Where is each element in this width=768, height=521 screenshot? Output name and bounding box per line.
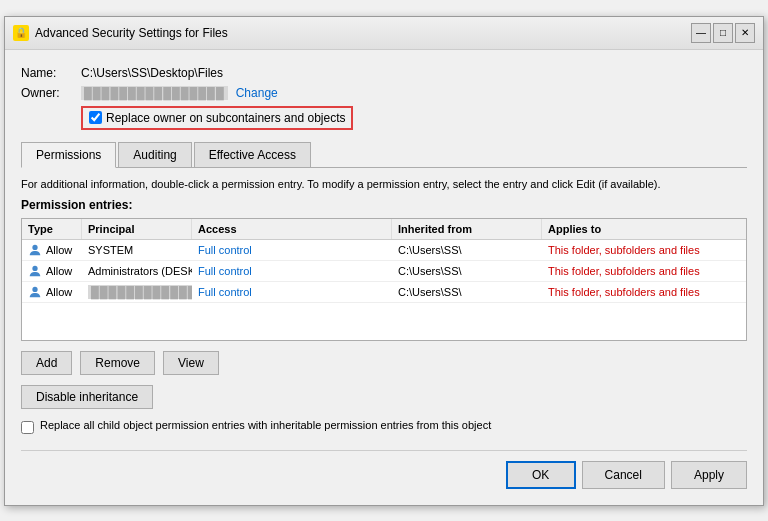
replace-owner-label: Replace owner on subcontainers and objec…	[106, 111, 345, 125]
tab-permissions[interactable]: Permissions	[21, 142, 116, 168]
cancel-button[interactable]: Cancel	[582, 461, 665, 489]
replace-all-label: Replace all child object permission entr…	[40, 419, 491, 431]
row3-applies: This folder, subfolders and files	[542, 282, 742, 302]
replace-owner-checkbox[interactable]	[89, 111, 102, 124]
tab-bar: Permissions Auditing Effective Access	[21, 142, 747, 168]
col-access: Access	[192, 219, 392, 239]
close-button[interactable]: ✕	[735, 23, 755, 43]
svg-point-2	[32, 286, 37, 291]
row2-applies: This folder, subfolders and files	[542, 261, 742, 281]
replace-owner-row: Replace owner on subcontainers and objec…	[81, 106, 747, 130]
col-principal: Principal	[82, 219, 192, 239]
table-row[interactable]: Allow SYSTEM Full control C:\Users\SS\ T…	[22, 240, 746, 261]
row1-access: Full control	[192, 240, 392, 260]
row3-principal: ████████████████	[82, 282, 192, 302]
row3-type: Allow	[22, 282, 82, 302]
main-window: 🔒 Advanced Security Settings for Files —…	[4, 16, 764, 506]
tab-effective-access[interactable]: Effective Access	[194, 142, 311, 167]
col-applies: Applies to	[542, 219, 742, 239]
permissions-table: Type Principal Access Inherited from App…	[21, 218, 747, 341]
view-button[interactable]: View	[163, 351, 219, 375]
row1-principal: SYSTEM	[82, 240, 192, 260]
action-buttons: Add Remove View	[21, 351, 747, 375]
minimize-button[interactable]: —	[691, 23, 711, 43]
title-bar-buttons: — □ ✕	[691, 23, 755, 43]
replace-all-row: Replace all child object permission entr…	[21, 419, 747, 434]
col-inherited: Inherited from	[392, 219, 542, 239]
apply-button[interactable]: Apply	[671, 461, 747, 489]
tab-auditing[interactable]: Auditing	[118, 142, 191, 167]
table-body: Allow SYSTEM Full control C:\Users\SS\ T…	[22, 240, 746, 340]
row2-principal: Administrators (DESKTOP-A34...	[82, 261, 192, 281]
bottom-buttons: OK Cancel Apply	[21, 450, 747, 489]
table-header: Type Principal Access Inherited from App…	[22, 219, 746, 240]
table-row[interactable]: Allow Administrators (DESKTOP-A34... Ful…	[22, 261, 746, 282]
owner-label: Owner:	[21, 86, 81, 100]
add-button[interactable]: Add	[21, 351, 72, 375]
name-row: Name: C:\Users\SS\Desktop\Files	[21, 66, 747, 80]
name-value: C:\Users\SS\Desktop\Files	[81, 66, 223, 80]
disable-inheritance-button[interactable]: Disable inheritance	[21, 385, 153, 409]
svg-point-1	[32, 265, 37, 270]
row1-inherited: C:\Users\SS\	[392, 240, 542, 260]
replace-owner-checkbox-container: Replace owner on subcontainers and objec…	[81, 106, 353, 130]
owner-value: ████████████████	[81, 86, 228, 100]
ok-button[interactable]: OK	[506, 461, 576, 489]
user-icon	[28, 243, 42, 257]
row3-access: Full control	[192, 282, 392, 302]
perm-entries-label: Permission entries:	[21, 198, 747, 212]
svg-point-0	[32, 244, 37, 249]
change-link[interactable]: Change	[236, 86, 278, 100]
name-label: Name:	[21, 66, 81, 80]
row2-access: Full control	[192, 261, 392, 281]
content-area: Name: C:\Users\SS\Desktop\Files Owner: █…	[5, 50, 763, 505]
user-icon	[28, 264, 42, 278]
user-icon	[28, 285, 42, 299]
replace-all-checkbox[interactable]	[21, 421, 34, 434]
row3-inherited: C:\Users\SS\	[392, 282, 542, 302]
row2-type: Allow	[22, 261, 82, 281]
info-text: For additional information, double-click…	[21, 178, 747, 190]
owner-row: Owner: ████████████████ Change	[21, 86, 747, 100]
window-icon: 🔒	[13, 25, 29, 41]
remove-button[interactable]: Remove	[80, 351, 155, 375]
row1-type: Allow	[22, 240, 82, 260]
title-bar: 🔒 Advanced Security Settings for Files —…	[5, 17, 763, 50]
maximize-button[interactable]: □	[713, 23, 733, 43]
col-type: Type	[22, 219, 82, 239]
row1-applies: This folder, subfolders and files	[542, 240, 742, 260]
table-row[interactable]: Allow ████████████████ Full control C:\U…	[22, 282, 746, 303]
title-bar-left: 🔒 Advanced Security Settings for Files	[13, 25, 228, 41]
row2-inherited: C:\Users\SS\	[392, 261, 542, 281]
window-title: Advanced Security Settings for Files	[35, 26, 228, 40]
